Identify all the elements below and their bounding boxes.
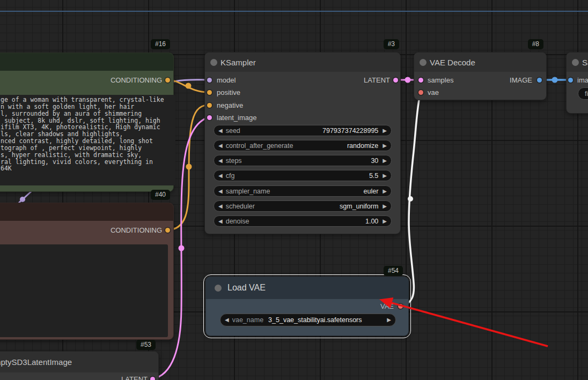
node-graph-canvas[interactable]: CONDITIONING ge of a woman with transpar…: [0, 0, 588, 380]
red-pointer-arrow: [382, 300, 548, 346]
annotation-layer: [0, 0, 588, 380]
